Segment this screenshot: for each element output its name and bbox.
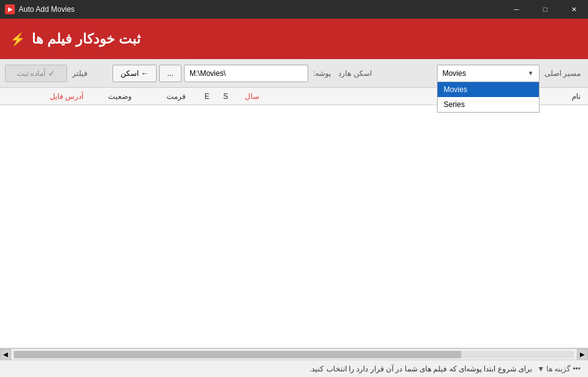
scan-label: اسکن (121, 69, 139, 78)
col-e-header: E (198, 92, 216, 101)
table-area: نام سال S E فرمت وضعیت آدرس فایل (0, 88, 588, 348)
col-status-header: وضعیت (86, 92, 154, 101)
options-button[interactable]: ••• گزینه ها ▼ (537, 365, 581, 373)
minimize-button[interactable]: ─ (502, 0, 531, 19)
chevron-down-icon: ▼ (528, 70, 534, 77)
scroll-thumb[interactable] (14, 351, 461, 358)
ready-button: ✓ آماده ثبت (5, 65, 67, 82)
folder-label: پوشه: (313, 69, 331, 78)
status-bar: ••• گزینه ها ▼ برای شروع ابتدا پوشه‌ای ک… (0, 360, 588, 377)
check-icon: ✓ (48, 68, 55, 78)
main-path-label: مسیر اصلی (544, 69, 581, 78)
header-bar: ثبت خودکار فیلم ها ⚡ (0, 19, 588, 59)
scan-button[interactable]: ← اسکن (113, 65, 157, 82)
hard-scan-label: اسکن هارد (338, 69, 371, 78)
col-year-header: سال (235, 92, 269, 101)
horizontal-scrollbar[interactable]: ◀ ▶ (0, 348, 588, 360)
options-dots: ••• (572, 365, 581, 373)
main-path-dropdown[interactable]: Movies ▼ (437, 65, 540, 82)
app-icon-symbol: ▶ (8, 6, 12, 12)
maximize-button[interactable]: □ (531, 0, 559, 19)
dropdown-selected-value: Movies (443, 69, 466, 78)
lightning-icon: ⚡ (10, 32, 25, 47)
hard-scan-group: اسکن هارد پوشه: ... ← اسکن (113, 65, 374, 82)
folder-path-input[interactable] (184, 65, 308, 82)
dropdown-menu: Movies Series (437, 82, 540, 113)
filter-label: فیلتر (72, 69, 88, 78)
col-format-header: فرمت (154, 92, 198, 101)
status-info-text: برای شروع ابتدا پوشه‌ای که فیلم های شما … (7, 365, 532, 373)
toolbar: مسیر اصلی Movies ▼ Movies Series اسکن ها… (0, 59, 588, 88)
main-content: مسیر اصلی Movies ▼ Movies Series اسکن ها… (0, 59, 588, 377)
options-chevron-icon: ▼ (537, 365, 544, 373)
close-button[interactable]: ✕ (559, 0, 588, 19)
main-path-group: مسیر اصلی Movies ▼ Movies Series (437, 65, 583, 82)
app-icon: ▶ (5, 4, 15, 14)
window-controls: ─ □ ✕ (502, 0, 588, 19)
main-path-dropdown-wrapper: Movies ▼ Movies Series (437, 65, 540, 82)
scroll-left-btn[interactable]: ◀ (0, 349, 11, 360)
col-s-header: S (216, 92, 235, 101)
scroll-track (14, 351, 574, 358)
ready-label: آماده ثبت (17, 69, 45, 78)
scroll-right-btn[interactable]: ▶ (577, 349, 588, 360)
browse-button[interactable]: ... (159, 65, 181, 82)
header-title: ثبت خودکار فیلم ها (32, 31, 140, 47)
col-filepath-header: آدرس فایل (5, 92, 86, 101)
table-body (0, 105, 588, 320)
dropdown-item-series[interactable]: Series (438, 97, 539, 112)
dropdown-item-movies[interactable]: Movies (438, 82, 539, 97)
scan-arrow-icon: ← (141, 69, 149, 78)
title-bar-left: ▶ Auto Add Movies (5, 4, 75, 14)
options-label: گزینه ها (546, 365, 571, 373)
filter-group: فیلتر ✓ آماده ثبت (5, 65, 90, 82)
window-title: Auto Add Movies (19, 5, 75, 14)
title-bar: ▶ Auto Add Movies ─ □ ✕ (0, 0, 588, 19)
